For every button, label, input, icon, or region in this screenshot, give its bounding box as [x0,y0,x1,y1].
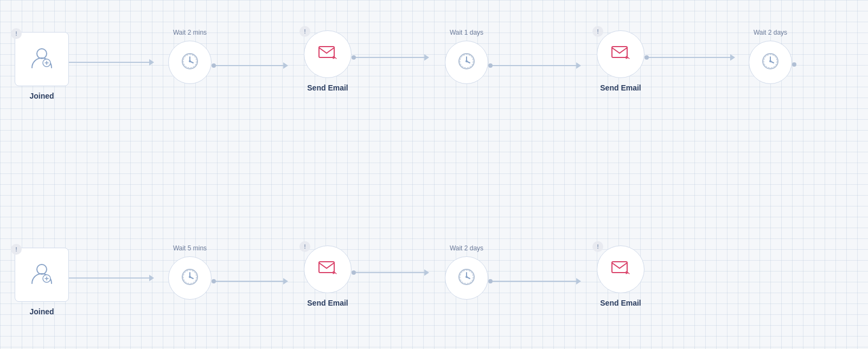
connector-3-top [352,54,429,61]
connector-2-top [212,62,288,69]
warning-badge-email1: ! [299,26,310,37]
send-email-label-1-bottom: Send Email [307,299,348,307]
svg-rect-36 [612,262,627,273]
wait-label-2days-top: Wait 2 days [754,29,787,36]
svg-rect-15 [612,47,627,57]
svg-point-29 [189,276,191,278]
warning-badge-email3: ! [299,241,310,252]
warning-badge: ! [11,28,22,39]
svg-point-35 [465,276,468,278]
wait-node-2mins-top[interactable]: Wait 2 mins [168,41,212,84]
wait-node-1days-top[interactable]: Wait 1 days [445,41,488,84]
connector-3-bottom [352,269,429,276]
clock-icon-5 [456,267,477,289]
person-icon [29,45,55,73]
wait-label-5mins: Wait 5 mins [173,244,207,252]
wait-label-2mins: Wait 2 mins [173,29,207,36]
warning-badge-bottom: ! [11,244,22,255]
svg-point-8 [189,60,191,62]
email-icon-4 [609,256,633,282]
svg-rect-30 [319,262,334,273]
send-email-label-1-top: Send Email [307,83,348,92]
trigger-label-joined-bottom: Joined [29,307,54,316]
email-icon-3 [316,256,340,282]
send-email-node-2-bottom[interactable]: ! Send Email [597,245,644,307]
clock-icon-4 [180,267,200,289]
wait-node-5mins-bottom[interactable]: Wait 5 mins [168,256,212,300]
clock-icon-1 [180,51,200,74]
send-email-node-2-top[interactable]: ! Send Email [597,30,644,92]
connector-2-bottom [212,278,288,285]
connector-1-top [69,59,154,66]
wait-label-1days: Wait 1 days [450,29,483,36]
wait-node-2days-top[interactable]: Wait 2 days [749,41,792,84]
clock-icon-2 [456,51,477,74]
svg-point-20 [769,60,771,62]
send-email-label-2-top: Send Email [600,83,641,92]
svg-rect-9 [319,47,334,57]
connector-5-top [644,54,735,61]
warning-badge-email2: ! [592,26,603,37]
trigger-label-joined-top: Joined [29,92,54,100]
email-icon-2 [609,41,633,67]
workflow-canvas: ! Joined Wait 2 mins [0,0,868,349]
wait-label-2days-bottom: Wait 2 days [450,244,483,252]
send-email-node-1-bottom[interactable]: ! Send Email [304,245,352,307]
send-email-label-2-bottom: Send Email [600,299,641,307]
wait-node-2days-bottom[interactable]: Wait 2 days [445,256,488,300]
trigger-node-joined-bottom[interactable]: ! Joined [15,248,69,316]
trailing-dot-top [792,62,796,67]
svg-point-21 [37,264,47,274]
connector-4-bottom [488,278,581,285]
trigger-node-joined-top[interactable]: ! Joined [15,32,69,100]
email-icon-1 [316,41,340,67]
connector-4-top [488,62,581,69]
clock-icon-3 [760,51,781,74]
svg-point-14 [465,60,468,62]
send-email-node-1-top[interactable]: ! Send Email [304,30,352,92]
connector-1-bottom [69,275,154,281]
person-icon-bottom [29,261,55,289]
svg-point-0 [37,49,47,59]
warning-badge-email4: ! [592,241,603,252]
